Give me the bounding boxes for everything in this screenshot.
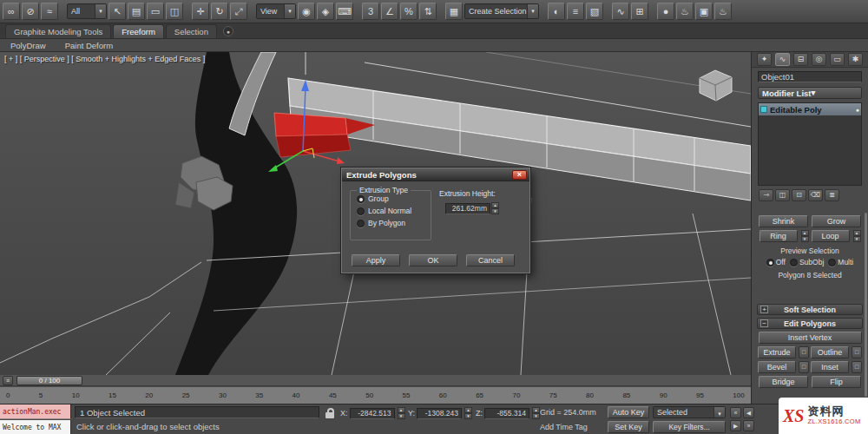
grow-button[interactable]: Grow	[812, 215, 861, 227]
loop-spinner[interactable]: ▲ ▼	[853, 230, 861, 242]
visibility-toggle-icon[interactable]: ●	[856, 107, 859, 113]
y-coordinate-input[interactable]: -1308.243	[417, 408, 462, 419]
soft-selection-rollout[interactable]: + Soft Selection	[757, 304, 863, 315]
unlink-selection-icon[interactable]: ⊘	[22, 3, 39, 20]
modifier-stack[interactable]: Editable Poly ●	[758, 102, 862, 186]
perspective-viewport[interactable]: [ + ] [ Perspective ] [ Smooth + Highlig…	[0, 52, 751, 375]
key-filters-button[interactable]: Key Filters...	[653, 421, 726, 433]
inset-settings-icon[interactable]: □	[852, 361, 862, 373]
select-and-scale-icon[interactable]: ⤢	[230, 3, 247, 20]
mirror-icon[interactable]: ◐	[548, 3, 565, 20]
material-editor-icon[interactable]: ●	[657, 3, 674, 20]
remove-modifier-icon[interactable]: ⌫	[808, 189, 823, 201]
bind-to-spacewarp-icon[interactable]: ≈	[41, 3, 58, 20]
extrude-button[interactable]: Extrude	[758, 346, 796, 358]
auto-key-button[interactable]: Auto Key	[608, 406, 649, 418]
selected-set-dropdown[interactable]: Selected ▾	[653, 406, 726, 418]
spinner-up-icon[interactable]: ▲	[464, 407, 472, 413]
spinner-up-icon[interactable]: ▲	[853, 230, 861, 236]
shrink-button[interactable]: Shrink	[759, 215, 808, 227]
select-and-move-icon[interactable]: ✛	[192, 3, 209, 20]
x-coordinate-input[interactable]: -2842.513	[350, 408, 395, 419]
apply-button[interactable]: Apply	[352, 254, 400, 266]
modifier-list-dropdown[interactable]: Modifier List ▾	[758, 87, 862, 99]
spinner-up-icon[interactable]: ▲	[532, 407, 540, 413]
spinner-down-icon[interactable]: ▼	[853, 236, 861, 242]
tab-freeform[interactable]: Freeform	[113, 24, 164, 38]
edit-named-sets-icon[interactable]: ▦	[445, 3, 463, 20]
y-spinner[interactable]: ▲ ▼	[464, 407, 472, 419]
extrusion-height-spinner[interactable]: ▲ ▼	[491, 202, 499, 214]
go-to-end-button[interactable]: »	[743, 420, 754, 431]
selection-region-icon[interactable]: ▭	[147, 3, 164, 20]
spinner-down-icon[interactable]: ▼	[464, 413, 472, 419]
ok-button[interactable]: OK	[409, 254, 457, 266]
group-radio[interactable]: Group	[357, 194, 431, 203]
layer-manager-icon[interactable]: ▧	[586, 3, 603, 20]
selection-filter-dropdown[interactable]: All ▾	[67, 3, 107, 19]
macro-recorder-line[interactable]: actionMan.exec	[0, 404, 71, 419]
stack-item-editable-poly[interactable]: Editable Poly ●	[759, 103, 861, 115]
spinner-down-icon[interactable]: ▼	[398, 413, 405, 419]
trackbar-options-icon[interactable]: ≡	[3, 376, 13, 385]
timeline-ruler[interactable]: 0510152025303540455055606570758085909510…	[0, 386, 751, 404]
panel-scrollbar[interactable]	[865, 213, 867, 397]
render-setup-icon[interactable]: ♨	[676, 3, 694, 20]
use-pivot-center-icon[interactable]: ◉	[298, 3, 315, 20]
z-coordinate-input[interactable]: -855.314	[484, 408, 529, 419]
viewport-label[interactable]: [ + ] [ Perspective ] [ Smooth + Highlig…	[4, 55, 205, 63]
previous-frame-button[interactable]: ◀	[743, 407, 754, 418]
preview-subobj-radio[interactable]: SubObj	[790, 258, 824, 266]
spinner-down-icon[interactable]: ▼	[491, 208, 499, 214]
show-end-result-icon[interactable]: ◫	[775, 189, 790, 201]
select-and-link-icon[interactable]: ∞	[3, 3, 20, 20]
object-name-field[interactable]: Object01	[758, 71, 862, 82]
x-spinner[interactable]: ▲ ▼	[398, 407, 405, 419]
render-production-icon[interactable]: ♨	[714, 3, 732, 20]
ribbon-menu-icon[interactable]: ●	[223, 26, 233, 36]
inset-button[interactable]: Inset	[811, 361, 849, 373]
spinner-down-icon[interactable]: ▼	[801, 236, 809, 242]
bevel-button[interactable]: Bevel	[758, 361, 796, 373]
ring-button[interactable]: Ring	[760, 230, 798, 242]
edit-polygons-rollout[interactable]: − Edit Polygons	[757, 318, 863, 329]
bridge-button[interactable]: Bridge	[759, 376, 808, 388]
time-slider[interactable]: 0 / 100	[16, 376, 82, 385]
pin-stack-icon[interactable]: ⊸	[759, 189, 773, 201]
dialog-titlebar[interactable]: Extrude Polygons ×	[342, 168, 529, 181]
preview-multi-radio[interactable]: Multi	[828, 258, 853, 266]
create-tab-icon[interactable]: ✦	[757, 53, 772, 66]
bevel-settings-icon[interactable]: □	[799, 361, 809, 373]
cancel-button[interactable]: Cancel	[466, 254, 515, 266]
outline-button[interactable]: Outline	[811, 346, 849, 358]
make-unique-icon[interactable]: ⊡	[792, 189, 806, 201]
hierarchy-tab-icon[interactable]: ⊟	[793, 53, 808, 66]
utilities-tab-icon[interactable]: ✱	[848, 53, 863, 66]
loop-button[interactable]: Loop	[812, 230, 850, 242]
local-normal-radio[interactable]: Local Normal	[357, 207, 431, 215]
insert-vertex-button[interactable]: Insert Vertex	[759, 332, 862, 344]
extrusion-height-input[interactable]: 261.62mm	[445, 203, 490, 214]
preview-off-radio[interactable]: Off	[766, 258, 786, 266]
play-button[interactable]: ▶	[730, 420, 741, 431]
spinner-up-icon[interactable]: ▲	[398, 407, 405, 413]
rendered-frame-icon[interactable]: ▣	[695, 3, 713, 20]
align-icon[interactable]: ≡	[567, 3, 584, 20]
angle-snap-icon[interactable]: ∠	[381, 3, 398, 20]
select-by-name-icon[interactable]: ▤	[128, 3, 145, 20]
configure-modifier-sets-icon[interactable]: ≣	[825, 189, 839, 201]
outline-settings-icon[interactable]: □	[852, 346, 862, 358]
select-and-rotate-icon[interactable]: ↻	[211, 3, 228, 20]
tab-polydraw[interactable]: PolyDraw	[10, 41, 46, 50]
set-key-button[interactable]: Set Key	[608, 421, 649, 433]
maxscript-listener-line[interactable]: Welcome to MAX	[0, 420, 71, 434]
selection-lock-icon[interactable]	[323, 407, 337, 420]
schematic-view-icon[interactable]: ⊞	[631, 3, 648, 20]
snap-toggle-icon[interactable]: 3	[362, 3, 379, 20]
spinner-up-icon[interactable]: ▲	[491, 202, 499, 208]
spinner-snap-icon[interactable]: ⇅	[419, 3, 437, 20]
motion-tab-icon[interactable]: ◎	[812, 53, 826, 66]
close-icon[interactable]: ×	[512, 170, 527, 180]
window-crossing-icon[interactable]: ◫	[166, 3, 183, 20]
extrude-settings-icon[interactable]: □	[799, 346, 809, 358]
